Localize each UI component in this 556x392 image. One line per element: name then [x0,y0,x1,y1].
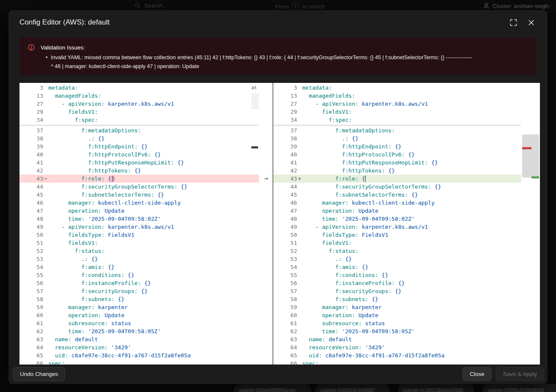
code-line[interactable]: 52 f:status: [19,247,259,255]
code-line[interactable]: 64 resourceVersion: '3429' [273,343,521,351]
sticky-code-line[interactable]: 34 f:spec: [273,116,521,124]
diff-marker [43,183,48,191]
code-line[interactable]: 47 operation: Update [19,207,259,215]
diff-marker [43,223,48,231]
code-line[interactable]: 52 f:status: [273,247,521,255]
diff-marker [43,327,48,335]
code-line[interactable]: 48 time: '2025-09-04T09:58:02Z' [273,215,521,223]
code-line[interactable]: 38 .: {} [19,134,259,143]
code-line[interactable]: 57 f:securityGroups: {} [19,287,259,295]
sticky-code-line[interactable]: 29 fieldsV1: [273,108,521,116]
sticky-code-line[interactable]: 34 f:spec: [19,116,259,124]
sticky-code-line[interactable]: 3 metadata: [273,84,521,92]
code-line[interactable]: 61 subresource: status [19,319,259,327]
code-line[interactable]: 46 manager: kubectl-client-side-apply [273,199,521,207]
save-apply-button[interactable]: Save & Apply [496,367,544,381]
code-line[interactable]: 38 .: {} [273,134,521,143]
code-line[interactable]: 63 name: default [19,335,259,343]
code-line[interactable]: 43− f:role: {} [19,175,259,183]
line-number: 63 [273,335,297,343]
code-line[interactable]: 59 manager: karpenter [19,303,259,311]
code-line[interactable]: 50 fieldsType: FieldsV1 [273,231,521,239]
code-line[interactable]: 65 uid: c8afe97e-38cc-4f91-a767-d15f2a8f… [19,351,259,359]
code-line[interactable]: 41 f:httpPutResponseHopLimit: {} [273,159,521,167]
diff-gutter: → [259,83,273,365]
diff-marker [297,191,302,199]
code-line[interactable]: 64 resourceVersion: '3429' [19,343,259,351]
diff-marker [43,279,48,287]
code-line[interactable]: 45 f:subnetSelectorTerms: {} [273,191,521,199]
code-line[interactable]: 40 f:httpProtocolIPv6: {} [19,151,259,159]
code-line[interactable]: 48 time: '2025-09-04T09:58:02Z' [19,215,259,223]
code-line[interactable]: 45 f:subnetSelectorTerms: {} [19,191,259,199]
code-line[interactable]: 39 f:httpEndpoint: {} [273,143,521,151]
code-line[interactable]: 39 f:httpEndpoint: {} [19,143,259,151]
fullscreen-button[interactable] [508,17,519,28]
code-text: f:metadataOptions: [48,127,141,134]
line-number: 50 [273,231,297,239]
code-line[interactable]: 51 fieldsV1: [19,239,259,247]
diff-marker [43,231,48,239]
dialog-header: Config Editor (AWS): default [19,10,537,35]
close-dialog-button[interactable]: Close [462,367,492,381]
code-line[interactable]: 59 manager: karpenter [273,303,521,311]
diff-marker [43,239,48,247]
code-line[interactable]: 57 f:securityGroups: {} [273,287,521,295]
close-button[interactable] [526,17,537,28]
sticky-code-line[interactable]: 27 - apiVersion: karpenter.k8s.aws/v1 [19,100,259,108]
code-line[interactable]: 66 spec: [273,359,521,365]
code-line[interactable]: 51 fieldsV1: [273,239,521,247]
line-number: 46 [19,199,43,207]
diff-marker [43,126,48,134]
code-line[interactable]: 46 manager: kubectl-client-side-apply [19,199,259,207]
code-line[interactable]: 53 .: {} [273,255,521,263]
code-line[interactable]: 49 - apiVersion: karpenter.k8s.aws/v1 [273,223,521,231]
code-line[interactable]: 61 subresource: status [273,319,521,327]
code-line[interactable]: 60 operation: Update [273,311,521,319]
sticky-context-original: 3 metadata:13 managedFields:27 - apiVers… [19,83,259,125]
scrollbar-slider[interactable] [522,134,539,178]
code-line[interactable]: 37 f:metadataOptions: [273,126,521,134]
code-line[interactable]: 42 f:httpTokens: {} [19,167,259,175]
sticky-code-line[interactable]: 13 managedFields: [273,92,521,100]
code-line[interactable]: 41 f:httpPutResponseHopLimit: {} [19,159,259,167]
code-text: f:spec: [48,117,98,123]
code-line[interactable]: 58 f:subnets: {} [19,295,259,303]
code-line[interactable]: 60 operation: Update [19,311,259,319]
code-line[interactable]: 62 time: '2025-09-04T09:58:05Z' [19,327,259,335]
code-text: time: '2025-09-04T09:58:05Z' [48,328,161,334]
code-line[interactable]: 43+ f:role: { [273,175,521,183]
line-number: 38 [19,134,43,143]
sticky-code-line[interactable]: 13 managedFields: [19,92,259,100]
sticky-code-line[interactable]: 3 metadata: [19,84,259,92]
code-line[interactable]: 42 f:httpTokens: {} [273,167,521,175]
code-text: f:instanceProfile: {} [302,280,405,286]
code-line[interactable]: 63 name: default [273,335,521,343]
code-line[interactable]: 47 operation: Update [273,207,521,215]
line-number: 66 [19,359,43,365]
diff-marker [297,255,302,263]
code-line[interactable]: 40 f:httpProtocolIPv6: {} [273,151,521,159]
sticky-code-line[interactable]: 27 - apiVersion: karpenter.k8s.aws/v1 [273,100,521,108]
code-line[interactable]: 37 f:metadataOptions: [19,126,259,134]
code-line[interactable]: 56 f:instanceProfile: {} [273,279,521,287]
undo-changes-button[interactable]: Undo Changes [13,367,65,381]
line-number: 47 [273,207,297,215]
code-line[interactable]: 44 f:securityGroupSelectorTerms: {} [19,183,259,191]
code-line[interactable]: 44 f:securityGroupSelectorTerms: {} [273,183,521,191]
code-line[interactable]: 66 spec: [19,359,259,365]
sticky-code-line[interactable]: 29 fieldsV1: [19,108,259,116]
code-line[interactable]: 58 f:subnets: {} [273,295,521,303]
revert-change-button[interactable]: → [259,175,273,183]
code-line[interactable]: 54 f:amis: {} [273,263,521,271]
code-line[interactable]: 54 f:amis: {} [19,263,259,271]
code-text: f:httpTokens: {} [302,167,395,174]
code-line[interactable]: 55 f:conditions: {} [273,271,521,279]
code-line[interactable]: 55 f:conditions: {} [19,271,259,279]
code-line[interactable]: 53 .: {} [19,255,259,263]
code-line[interactable]: 62 time: '2025-09-04T09:58:05Z' [273,327,521,335]
code-line[interactable]: 56 f:instanceProfile: {} [19,279,259,287]
code-line[interactable]: 65 uid: c8afe97e-38cc-4f91-a767-d15f2a8f… [273,351,521,359]
code-line[interactable]: 50 fieldsType: FieldsV1 [19,231,259,239]
code-line[interactable]: 49 - apiVersion: karpenter.k8s.aws/v1 [19,223,259,231]
